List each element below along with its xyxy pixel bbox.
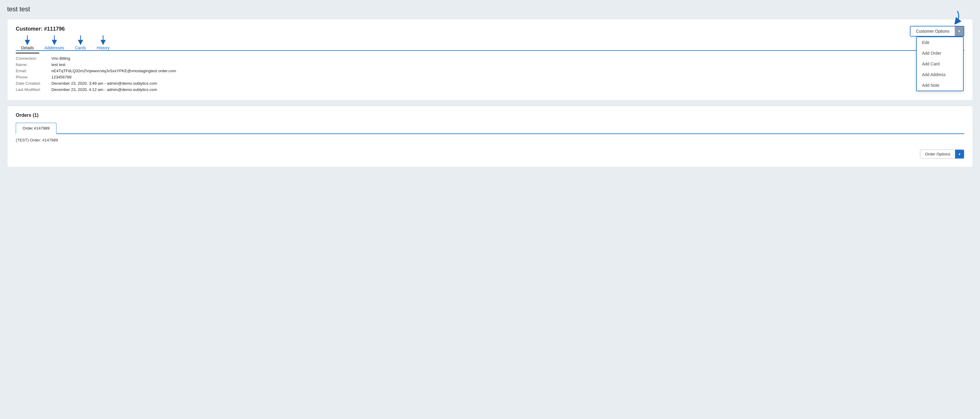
- order-options-caret[interactable]: ▾: [955, 150, 964, 158]
- last-modified-value: December 23, 2020, 4:12 am - admin@demo.…: [51, 88, 964, 92]
- dropdown-item-add-address[interactable]: Add Address: [917, 69, 963, 80]
- order-id-text: (TEST) Order: #147989: [16, 138, 58, 142]
- order-options-group: Order Options ▾: [920, 150, 964, 159]
- order-tabs: Order #147989: [16, 123, 964, 134]
- orders-card: Orders (1) Order #147989 (TEST) Order: #…: [7, 106, 973, 167]
- order-content: (TEST) Order: #147989: [16, 134, 964, 146]
- customer-options-group: Customer Options ▾ Edit Add Order Add Ca…: [910, 26, 964, 37]
- customer-header: Customer: #111796 Customer Options ▾: [16, 26, 964, 37]
- arrow-annotation: [944, 10, 962, 24]
- order-options-button[interactable]: Order Options: [920, 150, 955, 158]
- email-value: nE4TqTFdLQ32m2VqwwxcvtqJvSsxYPKE@vriosta…: [51, 69, 964, 73]
- customer-card: Customer: #111796 Customer Options ▾: [7, 19, 973, 100]
- phone-value: 123456789: [51, 75, 964, 79]
- date-created-label: Date Created:: [16, 81, 48, 86]
- date-created-value: December 23, 2020, 3:49 am - admin@demo.…: [51, 81, 964, 86]
- last-modified-label: Last Modified:: [16, 88, 48, 92]
- name-label: Name:: [16, 62, 48, 67]
- dropdown-item-add-note[interactable]: Add Note: [917, 80, 963, 91]
- customer-options-button[interactable]: Customer Options: [910, 26, 955, 36]
- customer-tabs: Details Addresses: [16, 45, 964, 51]
- tab-details[interactable]: Details: [16, 43, 39, 54]
- connection-label: Connection:: [16, 56, 48, 61]
- tab-history[interactable]: History: [91, 43, 115, 53]
- customer-options-caret[interactable]: ▾: [955, 26, 964, 36]
- name-value: test test: [51, 62, 964, 67]
- tab-cards[interactable]: Cards: [70, 43, 91, 53]
- dropdown-item-add-order[interactable]: Add Order: [917, 48, 963, 59]
- order-footer: Order Options ▾: [16, 150, 964, 159]
- phone-label: Phone:: [16, 75, 48, 79]
- order-tab-147989[interactable]: Order #147989: [16, 123, 56, 134]
- dropdown-item-add-card[interactable]: Add Card: [917, 59, 963, 69]
- customer-id: Customer: #111796: [16, 26, 65, 32]
- email-label: Email:: [16, 69, 48, 73]
- customer-details: Connection: Vrio Billing Name: test test…: [16, 56, 964, 92]
- connection-value: Vrio Billing: [51, 56, 964, 61]
- page-title: test test: [7, 5, 973, 13]
- dropdown-item-edit[interactable]: Edit: [917, 37, 963, 48]
- customer-options-dropdown: Edit Add Order Add Card Add Address Add …: [916, 37, 964, 91]
- tab-addresses[interactable]: Addresses: [39, 43, 70, 53]
- orders-title: Orders (1): [16, 113, 964, 118]
